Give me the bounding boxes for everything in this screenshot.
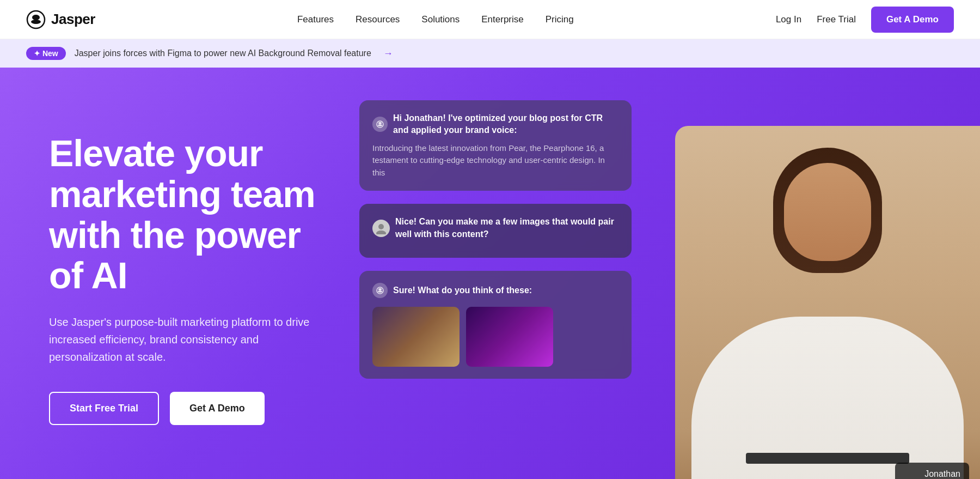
person-name-tag: Jonathan Growth Marketer — [895, 463, 969, 479]
svg-point-1 — [32, 15, 40, 20]
svg-point-9 — [378, 288, 382, 290]
generated-image-1 — [372, 307, 460, 367]
chat-bubble-2-header: Nice! Can you make me a few images that … — [372, 216, 618, 240]
logo-text: Jasper — [51, 11, 95, 28]
chat-bubble-1-header: Hi Jonathan! I've optimized your blog po… — [372, 112, 618, 137]
jasper-logo-icon — [26, 10, 46, 29]
log-in-link[interactable]: Log In — [776, 14, 801, 25]
jasper-icon-3 — [372, 283, 388, 298]
hero-subtitle: Use Jasper's purpose-built marketing pla… — [49, 313, 321, 366]
nav-features[interactable]: Features — [297, 14, 334, 25]
svg-point-7 — [376, 231, 386, 234]
laptop-bar — [746, 453, 909, 464]
hero-buttons: Start Free Trial Get A Demo — [49, 392, 338, 425]
hero-title: Elevate your marketing team with the pow… — [49, 133, 338, 296]
hero-right: Hi Jonathan! I've optimized your blog po… — [338, 68, 980, 479]
hero-left: Elevate your marketing team with the pow… — [0, 68, 338, 469]
nav-pricing[interactable]: Pricing — [546, 14, 574, 25]
get-demo-button[interactable]: Get A Demo — [871, 7, 954, 33]
person-hair — [773, 148, 882, 273]
chat-bubble-3-header: Sure! What do you think of these: — [372, 283, 618, 298]
chat-bubble-3: Sure! What do you think of these: — [359, 271, 632, 379]
navbar: Jasper Features Resources Solutions Ente… — [0, 0, 980, 39]
new-badge: ✦ New — [26, 47, 66, 60]
person-background: Jonathan Growth Marketer — [675, 126, 980, 479]
chat-bubble-1-title: Hi Jonathan! I've optimized your blog po… — [393, 112, 618, 137]
logo[interactable]: Jasper — [26, 10, 95, 29]
start-free-trial-button[interactable]: Start Free Trial — [49, 392, 159, 425]
hero-section: Elevate your marketing team with the pow… — [0, 68, 980, 479]
banner-arrow: → — [383, 48, 393, 59]
chat-bubble-2: Nice! Can you make me a few images that … — [359, 204, 632, 258]
chat-generated-images — [372, 307, 618, 367]
nav-resources[interactable]: Resources — [356, 14, 400, 25]
generated-image-2 — [466, 307, 553, 367]
chat-bubble-1-body: Introducing the latest innovation from P… — [372, 142, 618, 179]
announcement-banner[interactable]: ✦ New Jasper joins forces with Figma to … — [0, 39, 980, 68]
jasper-icon-1 — [372, 117, 388, 132]
nav-solutions[interactable]: Solutions — [421, 14, 460, 25]
nav-enterprise[interactable]: Enterprise — [481, 14, 523, 25]
user-avatar — [372, 220, 390, 237]
banner-text: Jasper joins forces with Figma to power … — [75, 48, 371, 58]
person-face — [784, 163, 871, 261]
svg-point-2 — [31, 20, 41, 24]
person-photo-area: Jonathan Growth Marketer — [675, 126, 980, 479]
svg-point-10 — [378, 290, 382, 293]
chat-bubble-1: Hi Jonathan! I've optimized your blog po… — [359, 100, 632, 191]
get-demo-hero-button[interactable]: Get A Demo — [170, 392, 265, 425]
svg-point-6 — [378, 224, 384, 229]
nav-actions: Log In Free Trial Get A Demo — [776, 7, 954, 33]
svg-point-4 — [378, 122, 382, 124]
chat-area: Hi Jonathan! I've optimized your blog po… — [359, 100, 632, 379]
person-name: Jonathan — [904, 468, 960, 479]
chat-bubble-2-title: Nice! Can you make me a few images that … — [395, 216, 618, 240]
free-trial-link[interactable]: Free Trial — [817, 14, 856, 25]
svg-point-5 — [378, 125, 382, 127]
nav-links: Features Resources Solutions Enterprise … — [297, 14, 574, 25]
chat-bubble-3-title: Sure! What do you think of these: — [393, 284, 532, 296]
